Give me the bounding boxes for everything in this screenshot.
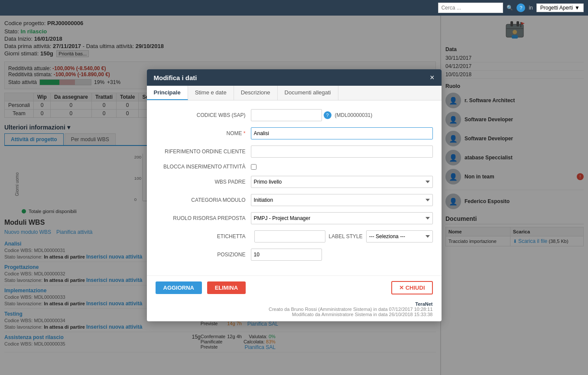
ruolo-risorsa-label: RUOLO RISORSA PREPOSTA [156, 215, 251, 221]
teranet-label: TeraNet [156, 301, 433, 307]
search-input[interactable] [438, 3, 503, 13]
rif-ordine-label: RIFERIMENTO ORDINE CLIENTE [156, 149, 251, 155]
help-button[interactable]: ? [517, 3, 525, 12]
form-row-etichetta: ETICHETTA LABEL STYLE --- Seleziona --- [156, 230, 433, 242]
nome-required: * [244, 130, 246, 136]
modal-title: Modifica i dati [154, 74, 197, 81]
wbs-padre-select[interactable]: Primo livello [251, 176, 433, 188]
form-row-nome: NOME * [156, 127, 433, 139]
chiudi-button[interactable]: ✕ CHIUDI [391, 281, 432, 294]
projects-open-button[interactable]: Progetti Aperti ▼ [536, 3, 584, 12]
form-row-posizione: POSIZIONE [156, 249, 433, 261]
categoria-select[interactable]: Initiation [251, 194, 433, 206]
form-row-wbs-padre: WBS PADRE Primo livello [156, 176, 433, 188]
modal-meta: TeraNet Creato da Bruno Rossi (Amministr… [147, 300, 442, 321]
nome-input[interactable] [251, 127, 433, 139]
form-row-ruolo-risorsa: RUOLO RISORSA PREPOSTA PMPJ - Project Ma… [156, 212, 433, 224]
main-area: Codice progetto: PRJ00000006 Stato: In r… [0, 16, 588, 375]
etichetta-label: ETICHETTA [156, 233, 251, 239]
modal-tab-documenti[interactable]: Documenti allegati [278, 86, 338, 100]
modal-body: CODICE WBS (SAP) ? (MDL00000031) NOME * … [147, 100, 442, 275]
etichetta-input[interactable] [254, 230, 325, 242]
creato-meta: Creato da Bruno Rossi (Amministratore Si… [156, 307, 433, 312]
ruolo-risorsa-select[interactable]: PMPJ - Project Manager [251, 212, 433, 224]
rif-ordine-input[interactable] [251, 145, 433, 158]
nome-label: NOME * [156, 130, 251, 136]
modal-overlay: Modifica i dati × Principale Stime e dat… [0, 16, 588, 375]
blocca-checkbox[interactable] [251, 164, 257, 170]
modal-tab-principale[interactable]: Principale [147, 86, 188, 100]
modal-header: Modifica i dati × [147, 69, 442, 86]
codice-wbs-helper: (MDL00000031) [335, 112, 373, 118]
modal-footer: AGGIORNA ELIMINA ✕ CHIUDI [147, 275, 442, 300]
label-style-select[interactable]: --- Seleziona --- [366, 230, 433, 242]
modal-close-button[interactable]: × [430, 74, 435, 81]
blocca-label: BLOCCA INSERIMENTO ATTIVITÀ [156, 164, 251, 170]
modal-dialog: Modifica i dati × Principale Stime e dat… [147, 69, 442, 321]
codice-help-icon[interactable]: ? [324, 111, 331, 119]
form-row-blocca: BLOCCA INSERIMENTO ATTIVITÀ [156, 164, 433, 170]
elimina-button[interactable]: ELIMINA [207, 281, 246, 294]
form-row-codice: CODICE WBS (SAP) ? (MDL00000031) [156, 109, 433, 121]
in-label: in [529, 5, 533, 11]
aggiorna-button[interactable]: AGGIORNA [156, 281, 202, 294]
form-row-rif-ordine: RIFERIMENTO ORDINE CLIENTE [156, 145, 433, 158]
modal-tab-stime[interactable]: Stime e date [188, 86, 234, 100]
codice-wbs-label: CODICE WBS (SAP) [156, 112, 251, 118]
modal-tabs: Principale Stime e date Descrizione Docu… [147, 86, 442, 100]
form-row-categoria: CATEGORIA MODULO Initiation [156, 194, 433, 206]
posizione-label: POSIZIONE [156, 252, 251, 258]
modificato-meta: Modificato da Amministratore Sistema in … [156, 312, 433, 317]
topbar: 🔍 ? in Progetti Aperti ▼ [0, 0, 588, 16]
posizione-input[interactable] [251, 249, 322, 261]
search-icon: 🔍 [507, 5, 513, 11]
codice-wbs-input[interactable] [251, 109, 322, 121]
label-style-label: LABEL STYLE [329, 233, 363, 239]
wbs-padre-label: WBS PADRE [156, 179, 251, 185]
modal-tab-descrizione[interactable]: Descrizione [234, 86, 278, 100]
categoria-label: CATEGORIA MODULO [156, 197, 251, 203]
